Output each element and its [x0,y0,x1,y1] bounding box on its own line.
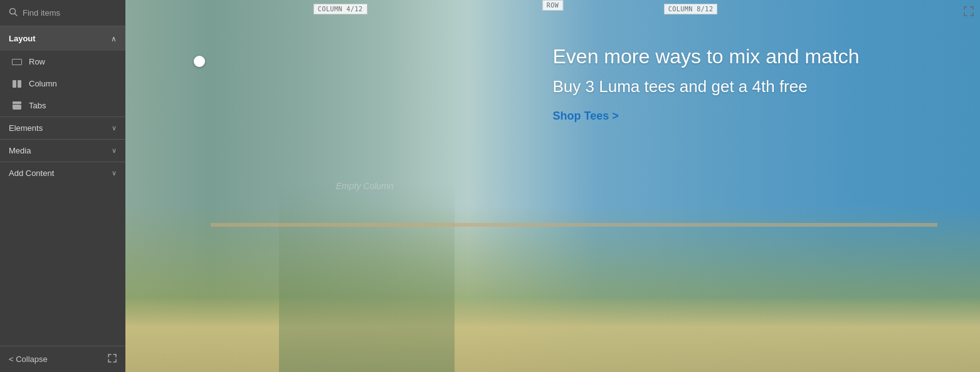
media-chevron-icon: ∨ [112,147,117,155]
layout-section-label: Layout [9,34,36,43]
shop-tees-cta[interactable]: Shop Tees > [553,110,619,122]
row-icon [11,59,23,65]
sidebar-item-tabs[interactable]: Tabs [0,95,125,116]
expand-icon [108,354,117,364]
find-items-input[interactable] [23,8,117,18]
person-area [279,56,455,372]
media-section-header[interactable]: Media ∨ [0,139,125,162]
banner-subheadline: Buy 3 Luma tees and get a 4th free [553,76,937,98]
svg-line-1 [15,14,18,16]
add-content-section-header[interactable]: Add Content ∨ [0,162,125,184]
banner-text-area: Even more ways to mix and match Buy 3 Lu… [553,44,937,123]
fence-element [211,223,937,316]
column-4-12-label: COLUMN 4/12 [313,4,367,14]
row-label-badge: ROW [542,0,564,11]
collapse-bar[interactable]: < Collapse [0,346,125,372]
collapse-label: < Collapse [9,354,48,364]
sidebar-item-column[interactable]: Column [0,73,125,95]
elements-label: Elements [9,123,43,133]
column-icon [11,80,23,88]
banner-container: ROW COLUMN 4/12 COLUMN 8/12 Empty Column… [125,0,980,372]
fullscreen-button[interactable] [964,6,974,19]
sidebar: Layout ∧ Row Column Tabs Elements ∨ [0,0,125,372]
tabs-label: Tabs [29,101,46,110]
column-label: Column [29,79,57,88]
tabs-icon [11,101,23,110]
layout-section-header[interactable]: Layout ∧ [0,26,125,51]
banner-background: ROW COLUMN 4/12 COLUMN 8/12 Empty Column… [125,0,980,372]
search-icon [9,8,18,18]
add-content-chevron-icon: ∨ [112,169,117,177]
elements-chevron-icon: ∨ [112,124,117,132]
main-canvas: ROW COLUMN 4/12 COLUMN 8/12 Empty Column… [125,0,980,372]
column-8-12-label: COLUMN 8/12 [664,4,718,14]
layout-chevron-icon: ∧ [111,34,117,43]
empty-column-text: Empty Column [336,181,394,191]
media-label: Media [9,146,31,155]
white-dot-indicator [194,56,205,67]
banner-headline: Even more ways to mix and match [553,44,937,68]
sidebar-search-bar[interactable] [0,0,125,26]
row-label: Row [29,57,45,66]
elements-section-header[interactable]: Elements ∨ [0,116,125,139]
sidebar-item-row[interactable]: Row [0,51,125,73]
add-content-label: Add Content [9,168,54,178]
